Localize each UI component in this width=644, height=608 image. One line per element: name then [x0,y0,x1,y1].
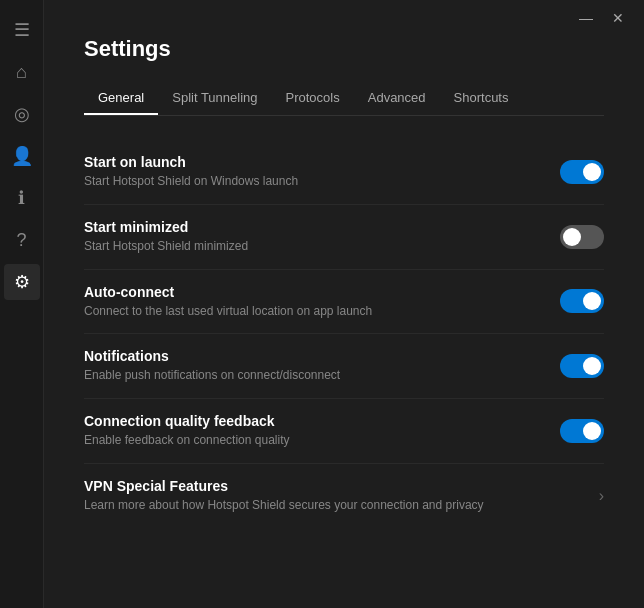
tab-protocols[interactable]: Protocols [272,82,354,115]
account-icon: 👤 [11,145,33,167]
setting-title-auto-connect: Auto-connect [84,284,540,300]
toggle-notifications[interactable] [560,354,604,378]
toggle-start-minimized[interactable] [560,225,604,249]
setting-desc-auto-connect: Connect to the last used virtual locatio… [84,303,540,320]
setting-title-start-minimized: Start minimized [84,219,540,235]
tab-advanced[interactable]: Advanced [354,82,440,115]
page-title: Settings [84,36,604,62]
sidebar-item-info[interactable]: ℹ [4,180,40,216]
setting-desc-start-on-launch: Start Hotspot Shield on Windows launch [84,173,540,190]
info-icon: ℹ [18,187,25,209]
toggle-slider-start-on-launch [560,160,604,184]
minimize-button[interactable]: — [572,8,600,28]
setting-title-connection-quality-feedback: Connection quality feedback [84,413,540,429]
titlebar: — ✕ [44,0,644,36]
tab-split-tunneling[interactable]: Split Tunneling [158,82,271,115]
sidebar-item-account[interactable]: 👤 [4,138,40,174]
close-button[interactable]: ✕ [604,8,632,28]
content-area: Settings General Split Tunneling Protoco… [44,36,644,608]
chevron-right-icon: › [599,487,604,505]
setting-desc-connection-quality-feedback: Enable feedback on connection quality [84,432,540,449]
settings-icon: ⚙ [14,271,30,293]
sidebar-item-menu[interactable]: ☰ [4,12,40,48]
menu-icon: ☰ [14,19,30,41]
toggle-auto-connect[interactable] [560,289,604,313]
vpn-icon: ◎ [14,103,30,125]
setting-connection-quality-feedback: Connection quality feedback Enable feedb… [84,399,604,464]
tab-shortcuts[interactable]: Shortcuts [440,82,523,115]
setting-desc-notifications: Enable push notifications on connect/dis… [84,367,540,384]
sidebar-item-settings[interactable]: ⚙ [4,264,40,300]
sidebar: ☰ ⌂ ◎ 👤 ℹ ? ⚙ [0,0,44,608]
tabs-bar: General Split Tunneling Protocols Advanc… [84,82,604,116]
setting-title-notifications: Notifications [84,348,540,364]
setting-vpn-special-features[interactable]: VPN Special Features Learn more about ho… [84,464,604,528]
main-panel: — ✕ Settings General Split Tunneling Pro… [44,0,644,608]
sidebar-item-home[interactable]: ⌂ [4,54,40,90]
sidebar-item-vpn[interactable]: ◎ [4,96,40,132]
toggle-slider-connection-quality-feedback [560,419,604,443]
toggle-slider-start-minimized [560,225,604,249]
setting-notifications: Notifications Enable push notifications … [84,334,604,399]
sidebar-item-help[interactable]: ? [4,222,40,258]
setting-desc-vpn-special-features: Learn more about how Hotspot Shield secu… [84,497,579,514]
setting-title-vpn-special-features: VPN Special Features [84,478,579,494]
setting-auto-connect: Auto-connect Connect to the last used vi… [84,270,604,335]
setting-start-on-launch: Start on launch Start Hotspot Shield on … [84,140,604,205]
tab-general[interactable]: General [84,82,158,115]
setting-title-start-on-launch: Start on launch [84,154,540,170]
toggle-connection-quality-feedback[interactable] [560,419,604,443]
setting-start-minimized: Start minimized Start Hotspot Shield min… [84,205,604,270]
help-icon: ? [16,230,26,251]
setting-desc-start-minimized: Start Hotspot Shield minimized [84,238,540,255]
toggle-slider-notifications [560,354,604,378]
toggle-start-on-launch[interactable] [560,160,604,184]
toggle-slider-auto-connect [560,289,604,313]
home-icon: ⌂ [16,62,27,83]
